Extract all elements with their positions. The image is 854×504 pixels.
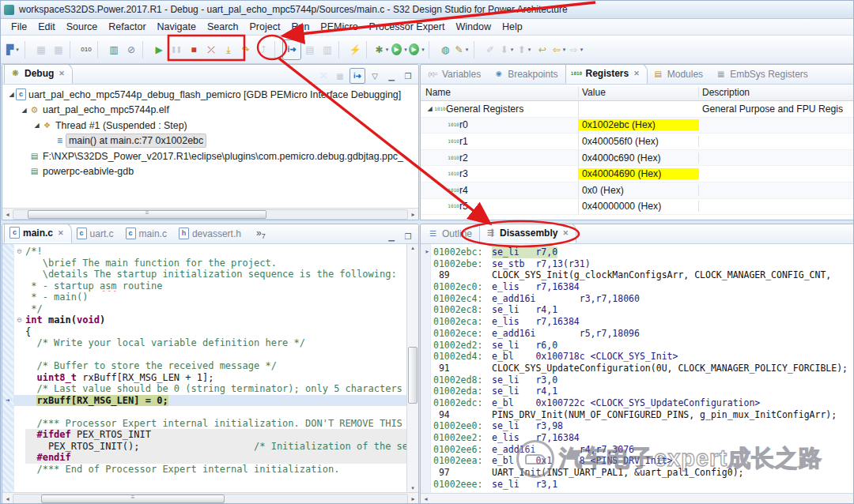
tree-expand-caret-icon[interactable]: ◢ [32, 122, 41, 129]
code-line[interactable]: * - startup asm routine [2, 280, 418, 292]
editor-vertical-scrollbar[interactable]: ▴ ▾ [406, 244, 418, 492]
dropdown-caret-icon[interactable]: ▾ [464, 47, 470, 53]
register-row-r4[interactable]: 1010r40x0 (Hex) [421, 182, 854, 199]
tree-expand-caret-icon[interactable]: ◢ [7, 91, 16, 98]
disassembly-line[interactable]: 01002ed4:e_bl 0x100718c <CLOCK_SYS_Init> [421, 351, 854, 363]
flash-programmer-icon[interactable]: ⚡ [346, 40, 364, 59]
memory-view-icon[interactable]: ▤ [301, 40, 319, 59]
menu-project[interactable]: Project [244, 20, 286, 34]
code-line[interactable] [2, 406, 418, 418]
disassembly-line[interactable]: 01002ee0:se_li r3,98 [421, 420, 854, 432]
tab-variables[interactable]: (x)=Variables [422, 65, 488, 84]
disassembly-line[interactable]: 01002ee6:e_add16i r4,r7,3076 [421, 444, 854, 456]
disassembly-line[interactable]: 01002eee:se_li r3,1 [421, 479, 854, 491]
scroll-left-icon[interactable]: ◂ [2, 495, 13, 502]
code-line[interactable]: #endif [2, 452, 418, 464]
disconnect-all-icon[interactable]: ⤫ [316, 69, 331, 83]
terminate-icon[interactable]: ■ [185, 40, 202, 59]
minimize-icon[interactable]: ▁ [384, 69, 399, 83]
scroll-thumb[interactable] [408, 347, 418, 404]
tab-debug[interactable]: ❋Debug✕ [4, 65, 73, 84]
disassembly-line[interactable]: 01002ed8:se_li r3,0 [421, 374, 854, 386]
menu-pemicro[interactable]: PEMicro [315, 20, 363, 34]
register-row-r3[interactable]: 1010r30x40004690 (Hex) [421, 166, 854, 182]
code-line[interactable]: uint8_t rxBuff[RX_MSG_LEN + 1]; [2, 372, 418, 384]
view-grid-icon[interactable]: ▦ [333, 69, 347, 83]
dropdown-caret-icon[interactable]: ▾ [402, 47, 409, 53]
code-line[interactable]: */ [2, 303, 418, 315]
step-return-icon[interactable]: ⤴ [255, 40, 272, 59]
tree-row-powerpc-eabivle-gdb[interactable]: ▤powerpc-eabivle-gdb [2, 164, 418, 180]
scroll-right-icon[interactable]: ▸ [408, 211, 418, 218]
profile-icon[interactable]: ▥ [319, 40, 336, 59]
register-row-r1[interactable]: 1010r10x400056f0 (Hex) [421, 134, 854, 150]
disassembly-line[interactable]: 97UART_Init(INST_UART_PAL1, &uart_pal1_C… [421, 467, 854, 479]
instruction-stepping-icon[interactable]: i➜ [282, 39, 301, 60]
scroll-left-icon[interactable]: ◂ [421, 495, 431, 502]
register-row-r5[interactable]: 1010r50x40000000 (Hex) [421, 199, 854, 216]
disassembly-line[interactable]: 01002eda:se_li r4,1 [421, 386, 854, 397]
view-menu-icon[interactable]: ▽ [368, 69, 382, 83]
next-annotation-icon[interactable]: ⬇▾ [499, 40, 516, 59]
step-into-icon[interactable]: ⤓ [220, 40, 237, 59]
code-line[interactable]: ➜ rxBuff[RX_MSG_LEN] = 0; [2, 395, 418, 407]
disassembly-line[interactable]: 01002ec8:se_li r4,1 [421, 304, 854, 316]
skip-all-breakpoints-icon[interactable]: ⊘ [123, 40, 140, 59]
tree-row-thread-1-suspended-s[interactable]: ◢❖Thread #1 (Suspended : Step) [2, 118, 418, 134]
code-line[interactable]: * - main() [2, 291, 418, 303]
maximize-icon[interactable]: ❐ [401, 229, 415, 243]
tree-row-uart-pal-echo-mpc5744p-e[interactable]: ◢⚙uart_pal_echo_mpc5744p.elf [2, 103, 418, 118]
close-icon[interactable]: ✕ [633, 70, 640, 77]
code-line[interactable]: /* Last value should be 0 (string termin… [2, 383, 418, 395]
register-row-general-registers[interactable]: ◢1010General RegistersGeneral Purpose an… [421, 101, 854, 118]
open-element-icon[interactable]: ✎▾ [454, 40, 471, 59]
tab-outline[interactable]: ☰Outline [422, 224, 479, 243]
dropdown-caret-icon[interactable]: ▾ [561, 47, 568, 53]
tree-row-f-nxp-s32ds-power-v2017[interactable]: ▤F:\NXP\S32DS_Power_v2017.R1\eclipse\plu… [2, 149, 418, 164]
tree-row-uart-pal-echo-mpc5744p-d[interactable]: ◢cuart_pal_echo_mpc5744p_debug_flash_pem… [2, 87, 418, 103]
column-description[interactable]: Description [699, 87, 854, 98]
scroll-thumb[interactable] [28, 210, 266, 219]
step-over-icon[interactable]: ↷ [237, 40, 255, 59]
menu-run[interactable]: Run [285, 20, 315, 34]
menu-processor-expert[interactable]: Processor Expert [364, 20, 451, 34]
tab-devassert-h[interactable]: hdevassert.h [174, 224, 248, 243]
tab-overflow-indicator[interactable]: »7 [256, 228, 266, 240]
menu-source[interactable]: Source [61, 20, 104, 34]
new-wizard-icon[interactable]: ▛▾ [5, 40, 22, 59]
tab-main-c[interactable]: cmain.c✕ [4, 224, 72, 243]
maximize-icon[interactable]: ❐ [401, 69, 415, 83]
menu-window[interactable]: Window [450, 20, 496, 34]
editor-horizontal-scrollbar[interactable]: ◂ ▸ [2, 492, 418, 504]
disconnect-icon[interactable]: ⤫ [202, 40, 220, 59]
close-icon[interactable]: ✕ [562, 229, 569, 237]
binary-console-icon[interactable]: 010 [77, 40, 95, 59]
menu-edit[interactable]: Edit [32, 20, 61, 34]
tab-disassembly[interactable]: ⇶Disassembly✕ [479, 224, 576, 243]
code-line[interactable]: PEX_RTOS_INIT(); /* Initialization of th… [2, 441, 418, 453]
code-line[interactable]: ⊖/*! [2, 246, 418, 258]
suspend-icon[interactable]: ❚❚ [168, 40, 185, 59]
code-line[interactable]: { [2, 326, 418, 338]
save-icon[interactable]: ▦ [32, 40, 50, 59]
disassembly-line[interactable]: 01002edc:e_bl 0x100722c <CLOCK_SYS_Updat… [421, 397, 854, 409]
register-row-r2[interactable]: 1010r20x4000c690 (Hex) [421, 150, 854, 167]
menu-search[interactable]: Search [202, 20, 244, 34]
code-line[interactable]: #ifdef PEX_RTOS_INIT [2, 429, 418, 441]
disassembly-line[interactable]: 01002ed2:se_li r6,0 [421, 340, 854, 352]
code-line[interactable]: ⊖int main(void) [2, 314, 418, 326]
menu-navigate[interactable]: Navigate [152, 20, 202, 34]
tab-embsys-registers[interactable]: ▦EmbSys Registers [710, 65, 815, 84]
tree-row-main-at-main-c-77-0x10[interactable]: ≡main() at main.c:77 0x1002ebc [2, 134, 418, 149]
last-edit-location-icon[interactable]: ↩ [534, 40, 551, 59]
scroll-thumb[interactable] [41, 495, 225, 503]
column-name[interactable]: Name [421, 87, 579, 98]
dropdown-caret-icon[interactable]: ▾ [527, 47, 533, 53]
tab-registers[interactable]: 1010Registers✕ [565, 65, 648, 84]
minimize-icon[interactable]: ▁ [384, 229, 399, 243]
scroll-down-icon[interactable]: ▾ [407, 485, 418, 491]
code-line[interactable]: \brief The main function for the project… [2, 258, 418, 269]
scroll-up-icon[interactable]: ▴ [407, 245, 418, 251]
code-line[interactable] [2, 349, 418, 361]
previous-annotation-icon[interactable]: ⬆▾ [516, 40, 534, 59]
